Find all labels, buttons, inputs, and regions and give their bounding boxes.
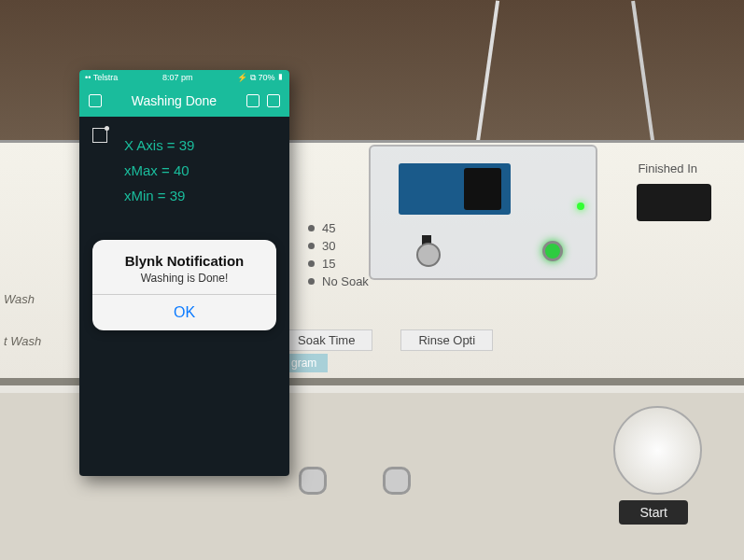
alert-ok-button[interactable]: OK <box>92 294 276 330</box>
alert-message: Washing is Done! <box>102 272 267 285</box>
soak-option: No Soak <box>322 274 369 288</box>
label-t-wash: t Wash <box>4 334 41 348</box>
alert-title: Blynk Notification <box>102 253 267 269</box>
status-bar: •• Telstra 8:07 pm ⚡ ⧉ 70% ▮ <box>79 70 289 85</box>
notification-alert: Blynk Notification Washing is Done! OK <box>92 240 276 330</box>
indicator-dot <box>308 225 315 231</box>
indicator-dot <box>308 260 315 267</box>
indicator-dot <box>308 243 315 249</box>
x-max-value: xMax = 40 <box>124 162 276 178</box>
dial-knob[interactable] <box>613 406 702 495</box>
stop-icon[interactable] <box>267 94 280 107</box>
mount-hole <box>299 467 327 495</box>
clock-label: 8:07 pm <box>162 73 193 82</box>
indicator-dot <box>308 278 315 285</box>
widget-icon[interactable] <box>92 128 107 143</box>
app-title: Washing Done <box>132 93 217 108</box>
status-led <box>577 203 584 210</box>
green-pushbutton[interactable] <box>542 241 563 261</box>
start-button[interactable]: Start <box>619 500 688 525</box>
app-body: X Axis = 39 xMax = 40 xMin = 39 <box>79 117 289 224</box>
app-header: Washing Done <box>79 85 289 117</box>
soak-time-button[interactable]: Soak Time <box>280 329 372 351</box>
x-axis-value: X Axis = 39 <box>124 137 276 153</box>
copy-icon[interactable] <box>246 94 260 107</box>
soak-option: 30 <box>322 239 335 253</box>
soak-option: 15 <box>322 257 335 271</box>
label-wash: Wash <box>4 292 35 306</box>
soak-option: 45 <box>322 221 335 235</box>
time-display <box>637 184 711 221</box>
soak-options: 45 30 15 No Soak <box>308 217 369 292</box>
back-icon[interactable] <box>89 94 102 107</box>
phone-screenshot: •• Telstra 8:07 pm ⚡ ⧉ 70% ▮ Washing Don… <box>79 70 289 476</box>
battery-label: ⚡ ⧉ 70% ▮ <box>237 73 284 83</box>
label-finished-in: Finished In <box>638 161 697 175</box>
device-enclosure <box>369 145 597 280</box>
mount-hole <box>383 467 411 495</box>
x-min-value: xMin = 39 <box>124 188 276 203</box>
carrier-label: •• Telstra <box>85 73 118 82</box>
arduino-board <box>399 163 511 215</box>
rinse-option-button[interactable]: Rinse Opti <box>400 329 493 351</box>
toggle-switch[interactable] <box>422 235 431 261</box>
